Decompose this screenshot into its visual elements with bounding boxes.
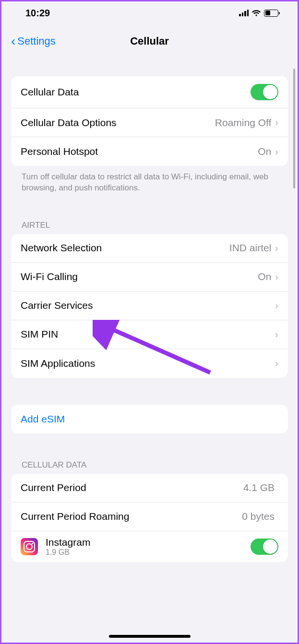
row-label: Current Period [21,482,243,493]
chevron-right-icon: › [275,300,278,311]
row-label: Network Selection [21,242,229,254]
airtel-group: Network Selection IND airtel › Wi-Fi Cal… [11,234,288,378]
back-button[interactable]: ‹ Settings [11,35,56,48]
page-title: Cellular [130,35,169,47]
status-icons [239,10,278,17]
chevron-right-icon: › [275,117,278,128]
status-bar: 10:29 [1,1,298,24]
app-name: Instagram [46,537,251,548]
row-value: 4.1 GB [243,482,275,493]
nav-bar: ‹ Settings Cellular [1,24,298,58]
cellular-data-options-row[interactable]: Cellular Data Options Roaming Off › [11,108,288,137]
row-value: IND airtel [229,242,272,254]
row-value: On [258,146,271,157]
cellular-data-toggle[interactable] [251,84,278,100]
network-selection-row[interactable]: Network Selection IND airtel › [11,234,288,263]
instagram-toggle[interactable] [251,539,278,555]
sim-pin-row[interactable]: SIM PIN › [11,320,288,349]
chevron-right-icon: › [275,271,278,282]
home-indicator[interactable] [109,635,191,638]
row-label: SIM PIN [21,328,275,340]
row-value: Roaming Off [215,117,272,129]
row-label: Personal Hotspot [21,146,258,157]
group-footer: Turn off cellular data to restrict all d… [11,166,288,194]
row-label: SIM Applications [21,358,275,369]
battery-icon [264,10,278,17]
app-size: 1.9 GB [46,548,251,557]
chevron-right-icon: › [275,329,278,340]
airtel-header: AIRTEL [11,221,288,234]
wifi-calling-row[interactable]: Wi-Fi Calling On › [11,263,288,292]
back-label: Settings [17,35,56,47]
personal-hotspot-row[interactable]: Personal Hotspot On › [11,137,288,166]
row-label: Cellular Data Options [21,117,215,129]
row-label: Cellular Data [21,86,251,98]
row-value: 0 bytes [242,511,275,522]
cellular-data-row[interactable]: Cellular Data [11,76,288,108]
chevron-right-icon: › [275,243,278,254]
cellular-data-group: Current Period 4.1 GB Current Period Roa… [11,474,288,562]
current-period-roaming-row[interactable]: Current Period Roaming 0 bytes [11,503,288,531]
row-label: Wi-Fi Calling [21,271,258,282]
instagram-icon [21,538,38,555]
cellular-main-group: Cellular Data Cellular Data Options Roam… [11,76,288,166]
status-time: 10:29 [25,8,50,19]
cellular-signal-icon [239,10,249,16]
chevron-left-icon: ‹ [11,35,15,48]
row-label: Carrier Services [21,300,275,311]
esim-group: Add eSIM [11,405,288,433]
add-esim-row[interactable]: Add eSIM [11,405,288,433]
row-label: Current Period Roaming [21,511,242,522]
chevron-right-icon: › [275,358,278,369]
instagram-row[interactable]: Instagram 1.9 GB [11,531,288,562]
row-label: Add eSIM [21,413,278,425]
carrier-services-row[interactable]: Carrier Services › [11,292,288,320]
cellular-data-header: CELLULAR DATA [11,460,288,474]
chevron-right-icon: › [275,146,278,157]
scroll-indicator[interactable] [293,69,295,188]
sim-applications-row[interactable]: SIM Applications › [11,349,288,378]
current-period-row[interactable]: Current Period 4.1 GB [11,474,288,503]
row-value: On [258,271,271,282]
wifi-icon [251,10,261,17]
